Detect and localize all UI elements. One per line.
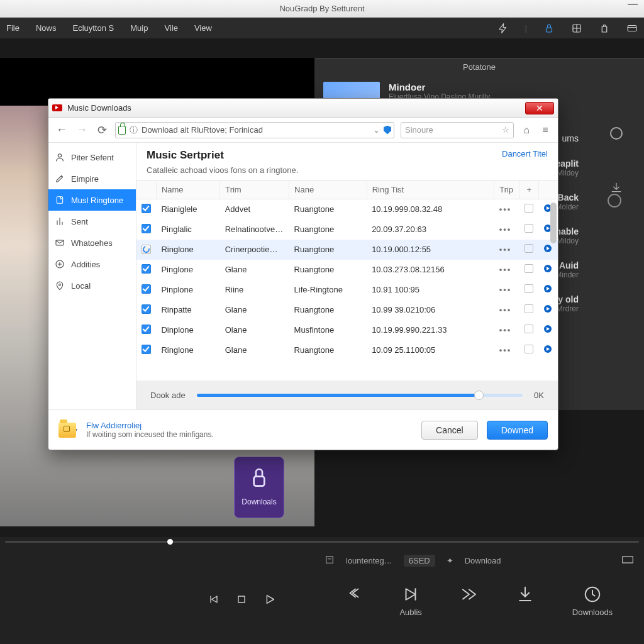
host-window-titlebar[interactable]: NouGradp By Setturent xyxy=(0,0,644,18)
status-c[interactable]: Download xyxy=(465,556,501,565)
svg-rect-6 xyxy=(623,557,633,563)
dialog-sidebar: Piter SefentEimpireMusl RingtoneSentWhat… xyxy=(48,143,136,409)
more-button[interactable]: ••• xyxy=(494,240,520,260)
checkbox[interactable] xyxy=(142,345,151,354)
sidebar-item-musl-ringtone[interactable]: Musl Ringtone xyxy=(48,189,136,211)
checkbox[interactable] xyxy=(142,264,151,274)
back-button[interactable]: ← xyxy=(55,123,69,136)
more-button[interactable]: ••• xyxy=(494,260,520,280)
address-bar[interactable]: ⓘ Download ait RluRtove; Forinicad ⌄ xyxy=(115,122,394,138)
select-box[interactable] xyxy=(519,340,538,360)
more-button[interactable]: ••• xyxy=(494,340,520,360)
table-row[interactable]: RingloneGlaneRuangtone10.09 25.1100:05••… xyxy=(136,340,558,360)
col-trim[interactable]: Trim xyxy=(220,180,289,199)
menu-nows[interactable]: Nows xyxy=(36,23,57,33)
table-row[interactable]: PinploneRiineLife-Ringtone10.91 100:95••… xyxy=(136,280,558,300)
menu-vile[interactable]: Vile xyxy=(164,23,177,33)
table-row[interactable]: PinglalicRelnatinootve…Ruangtone20.09.37… xyxy=(136,219,558,240)
prev-icon[interactable] xyxy=(208,593,220,608)
battery-icon[interactable] xyxy=(599,23,610,34)
select-box[interactable] xyxy=(519,320,538,340)
scrollbar[interactable] xyxy=(550,203,557,378)
menu-icon[interactable]: ≡ xyxy=(539,125,552,136)
download-button[interactable]: Downed xyxy=(487,421,548,440)
add-column-button[interactable]: + xyxy=(519,180,538,199)
table-row[interactable]: RinpatteGlaneRuangtone10.99 39.0210:06••… xyxy=(136,300,558,320)
minimize-icon[interactable] xyxy=(628,4,638,6)
lock-icon[interactable] xyxy=(543,23,555,34)
select-box[interactable] xyxy=(519,280,538,300)
table-row[interactable]: DinploneOlaneMusfintone10.19.99.990.221.… xyxy=(136,320,558,340)
checkbox[interactable] xyxy=(142,325,151,334)
sidebar-item-local[interactable]: Local xyxy=(48,275,136,296)
bot-col-dl[interactable] xyxy=(516,585,535,617)
play-icon[interactable] xyxy=(263,592,277,609)
checkbox[interactable] xyxy=(142,304,151,314)
screen-icon[interactable] xyxy=(621,555,634,566)
sidebar-item-whatoehes[interactable]: Whatoehes xyxy=(48,232,136,253)
menu-muip[interactable]: Muip xyxy=(130,23,148,33)
more-button[interactable]: ••• xyxy=(494,280,520,300)
downloads-table: NameTrimNaneRing TistTrip+ RianigleleAdd… xyxy=(136,180,558,360)
host-menubar: File Nows Ecluytton S Muip Vile View | xyxy=(0,18,644,38)
select-box[interactable] xyxy=(519,300,538,320)
table-row[interactable]: PingloneGlaneRuangtone10.03.273.08.12156… xyxy=(136,260,558,280)
card-icon[interactable] xyxy=(626,23,638,34)
home-icon[interactable]: ⌂ xyxy=(520,125,533,136)
checkbox[interactable] xyxy=(142,284,151,294)
select-box[interactable] xyxy=(519,219,538,240)
sidebar-item-addities[interactable]: Addities xyxy=(48,253,136,275)
checkbox[interactable] xyxy=(142,224,151,233)
dialog-navbar: ← → ⟳ ⓘ Download ait RluRtove; Forinicad… xyxy=(48,118,558,143)
stop-icon[interactable] xyxy=(235,593,248,608)
mini-progress[interactable] xyxy=(5,541,639,543)
status-b: 6SED xyxy=(404,555,435,567)
more-button[interactable]: ••• xyxy=(494,219,520,240)
select-box[interactable] xyxy=(519,260,538,280)
footer-link[interactable]: Flw Addierroliej xyxy=(86,421,214,430)
col-ring tist[interactable]: Ring Tist xyxy=(367,180,494,199)
more-button[interactable]: ••• xyxy=(494,300,520,320)
url-text: Download ait RluRtove; Forinicad xyxy=(142,125,263,135)
col-trip[interactable]: Trip xyxy=(494,180,520,199)
select-box[interactable] xyxy=(519,240,538,260)
more-button[interactable]: ••• xyxy=(494,199,520,219)
select-box[interactable] xyxy=(519,199,538,219)
bolt-icon[interactable] xyxy=(497,23,509,34)
checkbox[interactable] xyxy=(142,204,151,213)
menu-view[interactable]: View xyxy=(194,23,212,33)
col-name[interactable]: Name xyxy=(156,180,219,199)
bot-col-downloads[interactable]: Downloods xyxy=(572,585,613,617)
sidebar-item-piter-sefent[interactable]: Piter Sefent xyxy=(48,147,136,168)
chevron-down-icon[interactable]: ⌄ xyxy=(373,125,380,135)
download-badge[interactable]: Downloals xyxy=(234,457,284,518)
cancel-button[interactable]: Cancel xyxy=(421,421,478,440)
bot-col-next[interactable] xyxy=(460,585,479,617)
grid-icon[interactable] xyxy=(571,23,582,34)
dialog-titlebar[interactable]: Music Downloads ✕ xyxy=(48,99,558,118)
bot-col-aublis[interactable]: Aublis xyxy=(399,585,421,617)
cell-trim: Riine xyxy=(220,280,289,300)
reload-button[interactable]: ⟳ xyxy=(95,123,109,137)
bot-col-prev[interactable] xyxy=(346,585,362,617)
cell-ringtist: 10.03.273.08.12156 xyxy=(367,260,494,280)
more-button[interactable]: ••• xyxy=(494,320,520,340)
cell-nane: Ruangtone xyxy=(289,219,367,240)
table-row[interactable]: RianigleleAddvetRuangtone10.19.999.08.32… xyxy=(136,199,558,219)
search-input[interactable]: Sinoure ☆ xyxy=(401,122,514,138)
progress-slider[interactable] xyxy=(197,394,523,397)
cell-nane: Life-Ringtone xyxy=(289,280,367,300)
star-icon[interactable]: ☆ xyxy=(502,125,509,135)
sidebar-item-sent[interactable]: Sent xyxy=(48,211,136,232)
folder-icon[interactable] xyxy=(58,423,76,438)
svg-rect-3 xyxy=(628,25,636,31)
play-circle-icon[interactable] xyxy=(608,194,621,208)
table-row[interactable]: RingloneCrinerpootie…Ruangtone10.19.000.… xyxy=(136,240,558,260)
sidebar-item-eimpire[interactable]: Eimpire xyxy=(48,168,136,189)
menu-ecluytton[interactable]: Ecluytton S xyxy=(72,23,114,33)
forward-button[interactable]: → xyxy=(75,123,89,136)
close-button[interactable]: ✕ xyxy=(525,102,554,114)
col-nane[interactable]: Nane xyxy=(289,180,367,199)
action-link[interactable]: Dancert Titel xyxy=(502,149,548,158)
menu-file[interactable]: File xyxy=(6,23,19,33)
